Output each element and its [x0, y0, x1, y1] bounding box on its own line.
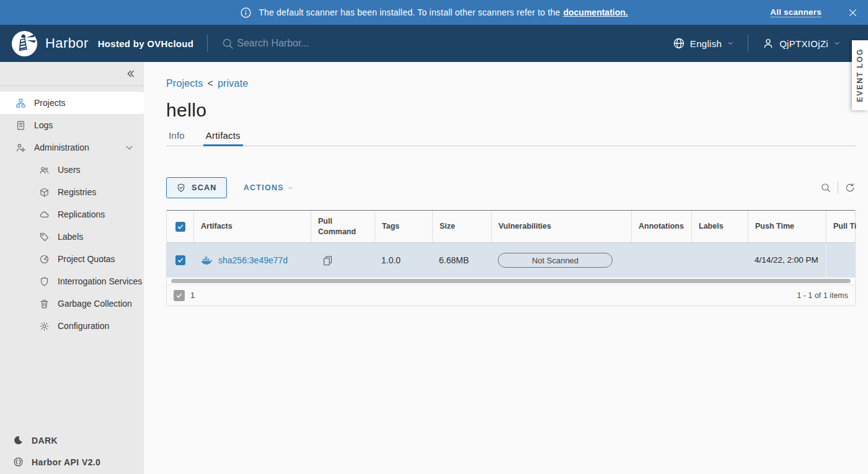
table-footer: 1 1 - 1 of 1 items — [167, 285, 855, 305]
sidebar-item-label: Replications — [58, 209, 105, 219]
sidebar-item-labels[interactable]: Labels — [0, 226, 144, 248]
close-icon[interactable] — [848, 7, 858, 18]
refresh-icon[interactable] — [844, 182, 856, 193]
event-log-tab[interactable]: EVENT LOG — [852, 40, 868, 110]
tab-artifacts[interactable]: Artifacts — [203, 130, 243, 146]
toolbar-divider — [838, 182, 838, 194]
sidebar-item-configuration[interactable]: Configuration — [0, 315, 144, 337]
sidebar-item-project-quotas[interactable]: Project Quotas — [0, 248, 144, 270]
breadcrumb-separator: < — [207, 78, 213, 89]
username-label: QjPTXIOjZi — [779, 38, 828, 49]
column-header-size[interactable]: Size — [432, 211, 491, 242]
harbor-api-link[interactable]: Harbor API V2.0 — [0, 451, 144, 473]
column-header-pull-command[interactable]: Pull Command — [311, 211, 374, 242]
language-menu[interactable]: English — [673, 37, 734, 50]
table-row: sha256:3e49e77d 1.0.0 6.68MB Not Scanned… — [167, 243, 855, 278]
search-input[interactable] — [237, 38, 435, 49]
event-log-label: EVENT LOG — [856, 48, 864, 102]
tag-icon — [39, 232, 50, 242]
search-bar — [221, 37, 673, 50]
shield-check-icon — [176, 183, 186, 193]
cloud-icon — [39, 209, 50, 220]
sidebar-item-replications[interactable]: Replications — [0, 203, 144, 226]
sidebar-item-label: Administration — [34, 143, 89, 152]
breadcrumb-projects-link[interactable]: Projects — [166, 78, 203, 89]
selected-count: 1 — [190, 291, 195, 300]
document-icon — [16, 120, 26, 131]
breadcrumb-private-link[interactable]: private — [218, 78, 248, 89]
dark-mode-toggle[interactable]: DARK — [0, 429, 144, 451]
tag-cell: 1.0.0 — [374, 243, 432, 278]
filter-search-icon[interactable] — [820, 182, 831, 193]
size-cell: 6.68MB — [432, 243, 491, 278]
sidebar-item-interrogation-services[interactable]: Interrogation Services — [0, 270, 144, 292]
caret-down-icon — [287, 185, 294, 191]
column-header-tags[interactable]: Tags — [374, 211, 432, 242]
pagination-summary: 1 - 1 of 1 items — [797, 291, 848, 300]
all-scanners-link[interactable]: All scanners — [770, 7, 822, 17]
breadcrumb: Projects<private — [166, 78, 856, 89]
sidebar-item-logs[interactable]: Logs — [0, 114, 144, 136]
api-swagger-icon — [13, 457, 24, 467]
artifact-digest-link[interactable]: sha256:3e49e77d — [218, 255, 288, 265]
actions-label: ACTIONS — [244, 183, 284, 192]
actions-dropdown[interactable]: ACTIONS — [244, 183, 294, 192]
chevron-down-icon — [124, 143, 135, 153]
chevron-down-icon — [833, 40, 841, 47]
select-all-checkbox[interactable] — [175, 222, 185, 232]
horizontal-scrollbar — [167, 278, 855, 285]
search-icon — [221, 37, 234, 50]
hosted-by-label: Hosted by OVHcloud — [98, 38, 194, 49]
vulnerability-status-badge: Not Scanned — [498, 253, 613, 268]
gear-icon — [39, 321, 50, 331]
labels-cell — [691, 243, 748, 278]
column-header-artifacts[interactable]: Artifacts — [193, 211, 311, 242]
harbor-logo-icon[interactable] — [11, 30, 38, 57]
sidebar-item-registries[interactable]: Registries — [0, 181, 144, 203]
sidebar-item-administration[interactable]: Administration — [0, 136, 144, 159]
table-header-row: Artifacts Pull Command Tags Size Vulnera… — [167, 211, 855, 243]
main-content: Projects<private hello Info Artifacts SC… — [144, 62, 868, 474]
header-divider — [207, 35, 208, 52]
sidebar-item-label: Labels — [58, 232, 83, 242]
shield-icon — [39, 276, 50, 287]
scan-button-label: SCAN — [192, 183, 217, 192]
dark-mode-label: DARK — [32, 436, 58, 445]
documentation-link[interactable]: documentation. — [563, 7, 627, 17]
chevron-down-icon — [727, 40, 734, 47]
tab-bar: Info Artifacts — [166, 130, 856, 146]
scan-button[interactable]: SCAN — [166, 177, 227, 198]
sidebar-item-projects[interactable]: Projects — [0, 92, 144, 114]
column-header-pull-time[interactable]: Pull Time — [826, 211, 856, 242]
copy-icon[interactable] — [322, 255, 334, 266]
pie-chart-icon — [39, 254, 50, 265]
brand-title[interactable]: Harbor — [45, 35, 89, 51]
cube-icon — [39, 187, 50, 198]
language-label: English — [690, 38, 722, 49]
column-header-annotations[interactable]: Annotations — [631, 211, 691, 242]
selected-indicator-checkbox[interactable] — [174, 290, 185, 301]
column-header-labels[interactable]: Labels — [691, 211, 748, 242]
user-menu[interactable]: QjPTXIOjZi — [762, 37, 841, 50]
tab-info[interactable]: Info — [166, 130, 187, 146]
scrollbar-thumb[interactable] — [171, 279, 851, 283]
docker-artifact-icon — [200, 254, 213, 267]
sidebar-item-garbage-collection[interactable]: Garbage Collection — [0, 292, 144, 315]
collapse-sidebar-icon[interactable] — [125, 68, 136, 79]
pull-time-cell — [826, 243, 856, 278]
banner-message: The default scanner has been installed. … — [259, 7, 560, 17]
sidebar-item-label: Configuration — [58, 321, 109, 331]
sidebar-item-label: Projects — [34, 98, 66, 108]
user-icon — [762, 37, 774, 50]
app-header: Harbor Hosted by OVHcloud English QjPTXI… — [0, 25, 868, 62]
row-checkbox[interactable] — [175, 255, 185, 265]
globe-icon — [673, 37, 685, 50]
annotations-cell — [631, 243, 691, 278]
column-header-vulnerabilities[interactable]: Vulnerabilities — [491, 211, 631, 242]
sidebar-item-users[interactable]: Users — [0, 159, 144, 181]
artifacts-toolbar: SCAN ACTIONS — [166, 177, 856, 198]
sidebar-item-label: Garbage Collection — [58, 299, 132, 309]
push-time-cell: 4/14/22, 2:00 PM — [755, 255, 818, 266]
column-header-push-time[interactable]: Push Time — [748, 211, 826, 242]
sidebar-item-label: Users — [58, 165, 81, 175]
